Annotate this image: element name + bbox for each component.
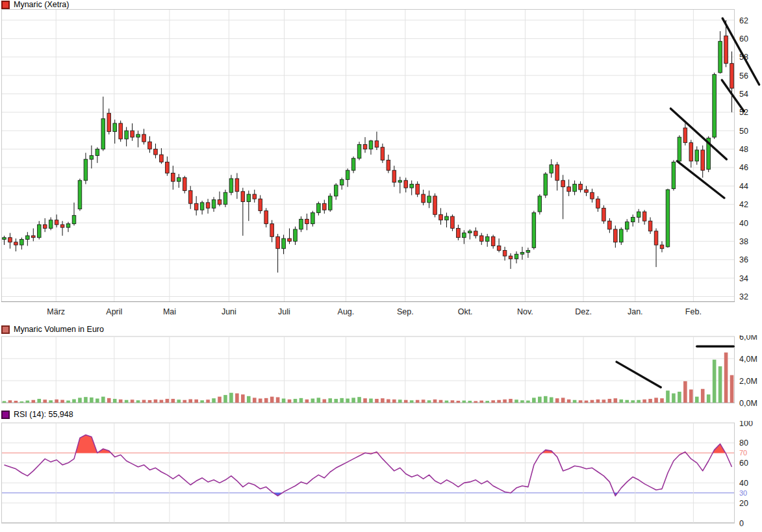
svg-text:80: 80 (739, 438, 748, 448)
svg-text:0,0M: 0,0M (739, 399, 757, 408)
svg-text:54: 54 (739, 90, 748, 99)
svg-text:30: 30 (739, 489, 747, 497)
svg-text:40: 40 (739, 479, 748, 488)
svg-text:Jan.: Jan. (628, 307, 643, 316)
svg-text:44: 44 (739, 182, 748, 191)
svg-text:60: 60 (739, 34, 748, 44)
svg-text:Juni: Juni (222, 307, 236, 316)
svg-text:56: 56 (739, 71, 748, 81)
price-legend-swatch-icon (1, 1, 10, 9)
svg-text:48: 48 (739, 145, 748, 154)
svg-text:40: 40 (739, 219, 748, 228)
rsi-legend: RSI (14): 55,948 (1, 410, 73, 419)
svg-text:März: März (47, 307, 65, 316)
price-legend: Mynaric (Xetra) (1, 0, 69, 9)
rsi-legend-label: RSI (14): 55,948 (14, 410, 73, 419)
stock-chart-page: Mynaric (Xetra) 323436384042444648505254… (0, 0, 762, 532)
svg-text:46: 46 (739, 163, 748, 172)
svg-text:Sep.: Sep. (397, 307, 414, 316)
svg-text:Okt.: Okt. (458, 307, 473, 316)
svg-text:50: 50 (739, 127, 748, 136)
price-legend-label: Mynaric (Xetra) (14, 0, 69, 9)
svg-text:62: 62 (739, 16, 748, 25)
svg-text:April: April (106, 307, 122, 316)
volume-legend-swatch-icon (1, 325, 10, 334)
volume-legend: Mynaric Volumen in Euro (1, 325, 104, 334)
svg-text:Aug.: Aug. (338, 307, 355, 316)
svg-text:60: 60 (739, 459, 748, 468)
svg-text:38: 38 (739, 237, 748, 246)
svg-text:36: 36 (739, 255, 748, 264)
svg-text:Mai: Mai (163, 307, 176, 316)
svg-text:0: 0 (739, 519, 744, 528)
svg-text:6,0M: 6,0M (739, 335, 757, 342)
svg-text:32: 32 (739, 292, 748, 301)
svg-text:100: 100 (739, 421, 753, 428)
rsi-line-chart[interactable]: 0203040607080100 (0, 421, 762, 532)
svg-text:Juli: Juli (278, 307, 290, 316)
svg-text:Dez.: Dez. (575, 307, 592, 316)
svg-text:70: 70 (739, 449, 747, 457)
svg-text:34: 34 (739, 274, 748, 283)
svg-text:2,0M: 2,0M (739, 377, 757, 386)
rsi-legend-swatch-icon (1, 411, 10, 419)
price-candlestick-chart[interactable]: 32343638404244464850525456586062MärzApri… (0, 9, 762, 320)
svg-text:Nov.: Nov. (517, 307, 533, 316)
volume-legend-label: Mynaric Volumen in Euro (14, 325, 104, 334)
svg-text:42: 42 (739, 200, 748, 209)
svg-text:4,0M: 4,0M (739, 355, 757, 364)
svg-text:20: 20 (739, 499, 748, 508)
volume-bar-chart[interactable]: 0,0M2,0M4,0M6,0M (0, 335, 762, 409)
svg-text:Feb.: Feb. (685, 307, 702, 316)
